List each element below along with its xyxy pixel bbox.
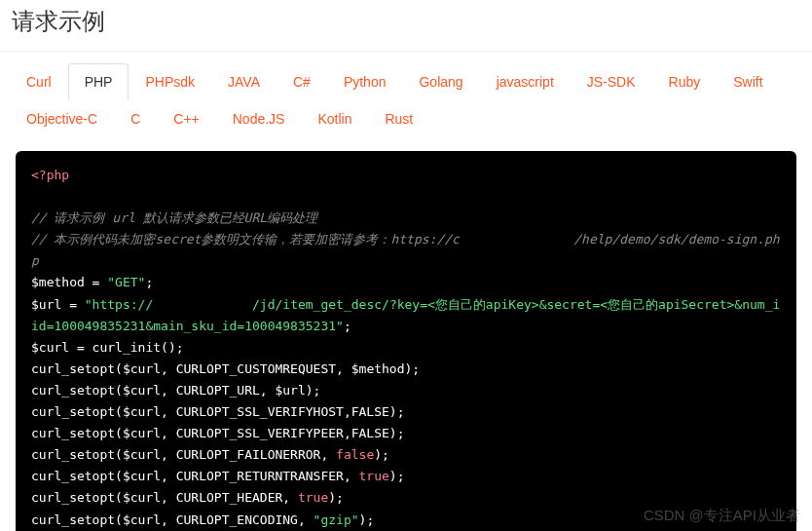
code-string: "gzip"	[314, 512, 359, 527]
code-token: );	[359, 512, 375, 527]
code-line: curl_setopt($curl, CURLOPT_SSL_VERIFYPEE…	[31, 426, 405, 440]
code-line: curl_setopt($curl, CURLOPT_URL,	[31, 383, 275, 398]
tab-rust[interactable]: Rust	[368, 100, 429, 137]
tab-kotlin[interactable]: Kotlin	[301, 100, 368, 137]
code-token: $method	[31, 275, 85, 289]
code-line: curl_setopt($curl, CURLOPT_CUSTOMREQUEST…	[31, 361, 351, 376]
code-token: $method	[351, 361, 405, 376]
code-token: );	[405, 361, 421, 376]
code-string: "https://xxxxxxxxxxxxx/jd/item_get_desc/…	[31, 297, 780, 333]
code-block: <?php // 请求示例 url 默认请求参数已经URL编码处理 // 本示例…	[16, 151, 796, 531]
code-token: $url	[31, 297, 61, 312]
code-line: curl_setopt($curl, CURLOPT_FAILONERROR,	[31, 447, 336, 462]
tab-swift[interactable]: Swift	[717, 63, 779, 100]
code-line: $curl = curl_init();	[31, 340, 184, 355]
tab-c-[interactable]: C++	[157, 100, 215, 137]
code-bool: false	[336, 447, 374, 462]
code-token: );	[306, 383, 321, 398]
code-comment: // 请求示例 url 默认请求参数已经URL编码处理	[31, 210, 317, 225]
code-token: $url	[275, 383, 305, 398]
code-line: curl_setopt($curl, CURLOPT_HEADER,	[31, 490, 298, 505]
page-title: 请求示例	[0, 0, 812, 52]
code-string: "GET"	[107, 275, 145, 289]
tab-objective-c[interactable]: Objective-C	[10, 100, 114, 137]
code-line: curl_setopt($curl, CURLOPT_ENCODING,	[31, 512, 314, 527]
tab-java[interactable]: JAVA	[211, 63, 277, 100]
code-line: curl_setopt($curl, CURLOPT_SSL_VERIFYHOS…	[31, 404, 405, 419]
code-bool: true	[359, 469, 389, 483]
code-token: );	[374, 447, 389, 462]
tab-golang[interactable]: Golang	[402, 63, 479, 100]
tab-python[interactable]: Python	[327, 63, 403, 100]
code-panel: <?php // 请求示例 url 默认请求参数已经URL编码处理 // 本示例…	[16, 151, 796, 531]
tab-javascript[interactable]: javascript	[480, 63, 571, 100]
tab-js-sdk[interactable]: JS-SDK	[571, 63, 652, 100]
code-token: );	[389, 469, 405, 483]
code-line: curl_setopt($curl, CURLOPT_RETURNTRANSFE…	[31, 469, 359, 483]
tab-curl[interactable]: Curl	[10, 63, 68, 100]
tab-node-js[interactable]: Node.JS	[216, 100, 302, 137]
tab-php[interactable]: PHP	[68, 63, 129, 100]
tab-c-[interactable]: C#	[277, 63, 327, 100]
language-tabs: CurlPHPPHPsdkJAVAC#PythonGolangjavascrip…	[0, 52, 812, 145]
code-comment: // 本示例代码未加密secret参数明文传输，若要加密请参考：https://…	[31, 232, 780, 268]
tab-ruby[interactable]: Ruby	[652, 63, 718, 100]
code-token: );	[328, 490, 344, 505]
php-open-tag: <?php	[31, 168, 69, 182]
tab-phpsdk[interactable]: PHPsdk	[129, 63, 211, 100]
tab-c[interactable]: C	[114, 100, 157, 137]
code-bool: true	[298, 490, 328, 505]
